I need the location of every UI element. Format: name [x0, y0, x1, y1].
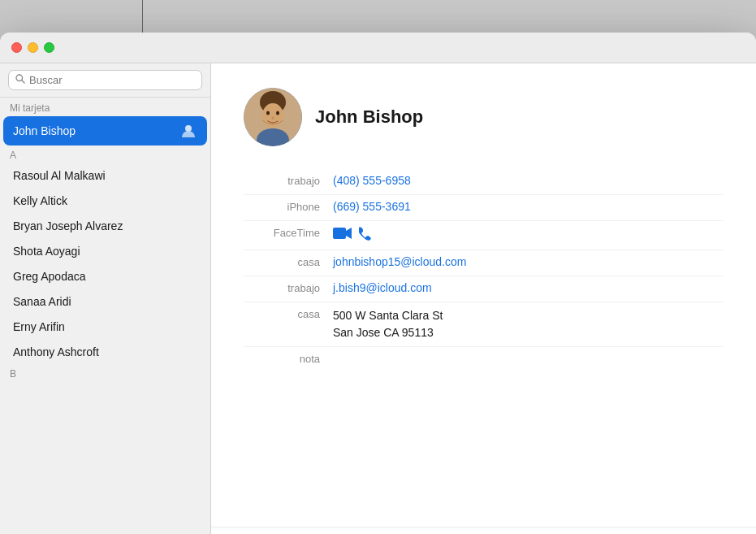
facetime-video-icon[interactable]: [333, 226, 352, 245]
title-bar: [0, 33, 756, 63]
list-item[interactable]: Shota Aoyagi: [3, 239, 207, 263]
list-item[interactable]: Greg Apodaca: [3, 264, 207, 289]
search-input[interactable]: [29, 74, 195, 86]
list-item[interactable]: Erny Arifin: [3, 315, 207, 339]
svg-point-8: [272, 116, 274, 119]
field-label-email-trabajo: trabajo: [244, 281, 333, 294]
field-label-nota: nota: [244, 352, 333, 365]
svg-line-1: [22, 80, 24, 83]
my-card-label: Mi tarjeta: [0, 98, 210, 115]
sidebar: Mi tarjeta John Bishop A Rasoul Al Malka…: [0, 63, 211, 534]
search-box: [8, 70, 202, 90]
contact-detail-name: John Bishop: [315, 106, 423, 128]
fields-section: trabajo (408) 555-6958 iPhone (669) 555-…: [244, 169, 724, 412]
address-line-2: San Jose CA 95113: [333, 324, 724, 341]
field-value-email-trabajo[interactable]: j.bish9@icloud.com: [333, 281, 724, 294]
contact-name: Shota Aoyagi: [13, 245, 80, 258]
detail-panel: John Bishop trabajo (408) 555-6958 iPhon…: [211, 63, 756, 534]
field-row-note: nota: [244, 347, 724, 412]
contact-name: Kelly Altick: [13, 194, 67, 207]
avatar: [244, 88, 302, 146]
search-icon: [15, 74, 25, 86]
avatar-image: [244, 88, 302, 146]
facetime-audio-icon[interactable]: [359, 227, 374, 245]
list-item[interactable]: Sanaa Aridi: [3, 289, 207, 314]
field-value-phone-iphone[interactable]: (669) 555-3691: [333, 200, 724, 213]
contact-header: John Bishop: [244, 88, 724, 146]
section-label-a: A: [0, 146, 210, 163]
field-row-email-casa: casa johnbishop15@icloud.com: [244, 250, 724, 276]
field-label-email-casa: casa: [244, 255, 333, 268]
contacts-list: Mi tarjeta John Bishop A Rasoul Al Malka…: [0, 98, 210, 534]
contact-name: Anthony Ashcroft: [13, 345, 99, 358]
contact-name: Rasoul Al Malkawi: [13, 169, 106, 182]
list-item[interactable]: Bryan Joseph Alvarez: [3, 214, 207, 238]
section-label-b: B: [0, 365, 210, 381]
field-value-email-casa[interactable]: johnbishop15@icloud.com: [333, 255, 724, 268]
field-label-address-casa: casa: [244, 307, 333, 320]
svg-rect-10: [333, 228, 346, 239]
svg-point-6: [266, 111, 270, 115]
field-label-trabajo-phone: trabajo: [244, 174, 333, 187]
svg-point-7: [276, 111, 279, 115]
person-icon: [179, 122, 197, 140]
field-label-iphone: iPhone: [244, 200, 333, 213]
traffic-lights: [11, 42, 54, 53]
field-row-phone-trabajo: trabajo (408) 555-6958: [244, 169, 724, 195]
list-item[interactable]: Anthony Ashcroft: [3, 340, 207, 364]
field-row-facetime: FaceTime: [244, 221, 724, 250]
field-row-email-trabajo: trabajo j.bish9@icloud.com: [244, 276, 724, 302]
app-window: Mi tarjeta John Bishop A Rasoul Al Malka…: [0, 33, 756, 534]
field-row-phone-iphone: iPhone (669) 555-3691: [244, 195, 724, 221]
address-line-1: 500 W Santa Clara St: [333, 307, 724, 324]
contact-name: Greg Apodaca: [13, 270, 86, 283]
bottom-toolbar: + Editar: [211, 527, 756, 534]
maximize-button[interactable]: [44, 42, 54, 53]
close-button[interactable]: [11, 42, 22, 53]
contact-name: Sanaa Aridi: [13, 295, 71, 308]
detail-content: John Bishop trabajo (408) 555-6958 iPhon…: [211, 63, 756, 527]
svg-point-2: [185, 125, 192, 132]
facetime-icons: [333, 226, 374, 245]
field-label-facetime: FaceTime: [244, 226, 333, 239]
minimize-button[interactable]: [28, 42, 38, 53]
main-content: Mi tarjeta John Bishop A Rasoul Al Malka…: [0, 63, 756, 534]
search-container: [0, 63, 210, 98]
contact-name: Bryan Joseph Alvarez: [13, 219, 123, 232]
field-row-address: casa 500 W Santa Clara St San Jose CA 95…: [244, 302, 724, 347]
list-item[interactable]: Kelly Altick: [3, 189, 207, 213]
field-value-phone-trabajo[interactable]: (408) 555-6958: [333, 174, 724, 187]
field-value-address: 500 W Santa Clara St San Jose CA 95113: [333, 307, 724, 341]
list-item[interactable]: Rasoul Al Malkawi: [3, 163, 207, 188]
contact-item-john-bishop[interactable]: John Bishop: [3, 116, 207, 145]
contact-name: Erny Arifin: [13, 320, 65, 333]
selected-contact-name: John Bishop: [13, 124, 76, 137]
